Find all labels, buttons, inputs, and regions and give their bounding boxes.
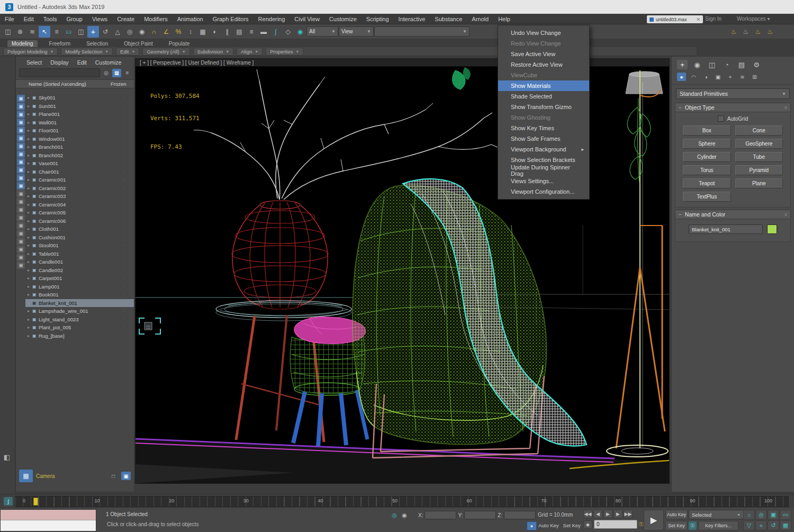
display-filter-icon[interactable]: ▣ — [17, 166, 25, 174]
ribbon-tab[interactable]: Populate — [165, 40, 194, 47]
frozen-cell[interactable]: · — [114, 194, 134, 199]
close-icon[interactable]: ✕ — [696, 17, 700, 22]
menubar-item[interactable]: File — [0, 15, 19, 23]
expand-arrow-icon[interactable]: ▸ — [28, 219, 32, 223]
key-filters-icon[interactable]: ⚿ — [689, 521, 697, 530]
display-filter-icon[interactable]: ▣ — [17, 254, 25, 261]
zoom-extents-icon[interactable]: ▣ — [768, 510, 779, 520]
angle-snap-icon[interactable]: ∠ — [160, 26, 172, 38]
display-filter-icon[interactable]: ▣ — [17, 262, 25, 269]
frozen-cell[interactable]: · — [114, 137, 134, 141]
scene-explorer-menu-item[interactable]: Display — [47, 59, 71, 66]
ribbon-panel-button[interactable]: Subdivision▼ — [193, 48, 234, 56]
object-type-button[interactable]: TextPlus — [683, 192, 731, 202]
tab-modify[interactable]: ◉ — [692, 60, 702, 69]
cat-shapes[interactable]: ◠ — [689, 73, 698, 81]
tab-create[interactable]: + — [677, 60, 688, 69]
explorer-row[interactable]: ▸ ▣ Cushion001 · — [25, 233, 134, 242]
object-type-button[interactable]: Cylinder — [683, 152, 731, 162]
explorer-row[interactable]: ▸ ▣ Branch002 · — [25, 151, 134, 160]
explorer-row[interactable]: ▸ ▣ Carpet001 · — [25, 274, 134, 283]
expand-arrow-icon[interactable]: ▸ — [28, 301, 32, 305]
frozen-cell[interactable]: · — [114, 251, 134, 256]
menubar-item[interactable]: Interactive — [394, 15, 430, 23]
ribbon-tab[interactable]: Modeling — [7, 40, 38, 47]
docked-panel-icon[interactable]: ◧ — [2, 452, 12, 462]
object-name-field[interactable]: Blanket_knit_001 — [689, 224, 763, 234]
scene-explorer-menu-item[interactable]: Customize — [92, 59, 125, 66]
play-animation-button[interactable]: ▶ — [644, 510, 664, 530]
menubar-item[interactable]: Edit — [19, 15, 39, 23]
reference-coordinate-dropdown[interactable]: View▼ — [339, 26, 374, 37]
expand-arrow-icon[interactable]: ▸ — [28, 227, 32, 231]
object-type-button[interactable]: Torus — [683, 165, 731, 175]
next-frame-icon[interactable]: ▶ — [613, 510, 622, 518]
tab-display[interactable]: ▤ — [736, 60, 747, 69]
pick-object-button[interactable]: ▦ — [19, 470, 33, 482]
explorer-row[interactable]: ▸ ▣ Floor001 · — [25, 127, 134, 135]
frozen-cell[interactable]: · — [114, 301, 134, 305]
explorer-row[interactable]: ▸ ▣ Rug_[base] · — [25, 332, 134, 340]
menu-item[interactable]: Views Settings... ▸ — [498, 176, 589, 186]
object-color-swatch[interactable] — [767, 224, 777, 234]
menu-item[interactable]: Show Ghosting ▸ — [498, 112, 589, 123]
expand-arrow-icon[interactable]: ▸ — [28, 112, 32, 116]
sign-in-button[interactable]: Sign In — [705, 16, 721, 22]
select-and-scale-icon[interactable]: △ — [112, 26, 123, 38]
cat-geometry[interactable]: ● — [677, 73, 686, 81]
display-filter-icon[interactable]: ▣ — [17, 150, 25, 158]
frozen-cell[interactable]: · — [114, 284, 134, 289]
previous-frame-icon[interactable]: ◀ — [593, 510, 602, 518]
expand-arrow-icon[interactable]: ▸ — [28, 276, 32, 281]
open-mini-curve-editor-icon[interactable]: ∫ — [4, 497, 13, 506]
display-filter-icon[interactable]: ▣ — [17, 174, 25, 182]
display-filter-icon[interactable]: ▣ — [17, 103, 25, 110]
mirror-icon[interactable]: ◐ — [209, 26, 221, 38]
set-key-mode-button[interactable]: Set Key — [563, 522, 581, 528]
frozen-cell[interactable]: · — [114, 276, 134, 281]
y-coordinate-field[interactable] — [464, 511, 496, 519]
explorer-row[interactable]: ▸ ▣ Stool001 · — [25, 241, 134, 250]
cat-spacewarps[interactable]: ≋ — [738, 73, 747, 81]
expand-arrow-icon[interactable]: ▸ — [28, 153, 32, 158]
menubar-item[interactable]: Modifiers — [139, 15, 173, 23]
explorer-row[interactable]: ▸ ▣ Branch001 · — [25, 143, 134, 151]
cat-systems[interactable]: ⊞ — [750, 73, 759, 81]
object-type-button[interactable]: Teapot — [683, 178, 731, 188]
explorer-row[interactable]: ▸ ▣ Vase001 · — [25, 159, 134, 168]
explorer-row[interactable]: ▸ ▣ Cloth001 · — [25, 225, 134, 233]
isolate-selection-icon[interactable]: ◎ — [390, 511, 399, 519]
frozen-cell[interactable]: · — [114, 259, 134, 264]
explorer-row[interactable]: ▸ ▣ Wall001 · — [25, 119, 134, 127]
explorer-row[interactable]: ▸ ▣ Sun001 · — [25, 102, 134, 111]
expand-arrow-icon[interactable]: ▸ — [28, 177, 32, 182]
maximize-viewport-icon[interactable]: ▦ — [780, 520, 791, 530]
frozen-cell[interactable]: · — [114, 186, 134, 191]
explorer-row[interactable]: ▸ ▣ Ceramic005 · — [25, 209, 134, 217]
cat-helpers[interactable]: + — [726, 73, 735, 81]
primitive-category-dropdown[interactable]: Standard Primitives ▼ — [676, 88, 790, 99]
menubar-item[interactable]: Arnold — [467, 15, 493, 23]
explorer-row[interactable]: ▸ ▣ Ceramic003 · — [25, 192, 134, 201]
menubar-item[interactable]: Views — [87, 15, 112, 23]
frozen-cell[interactable]: · — [114, 112, 134, 116]
menu-item[interactable]: Show Transform Gizmo ▸ — [498, 102, 589, 112]
menubar-item[interactable]: Help — [493, 15, 515, 23]
menubar-item[interactable]: Civil View — [290, 15, 324, 23]
frozen-cell[interactable]: · — [114, 120, 134, 125]
explorer-row[interactable]: ▸ ▣ Plant_pot_005 · — [25, 323, 134, 332]
display-filter-icon[interactable]: ▣ — [17, 222, 25, 229]
workspaces-dropdown[interactable]: Workspaces ▾ — [737, 16, 770, 22]
expand-arrow-icon[interactable]: ▸ — [28, 333, 32, 338]
display-filter-icon[interactable]: ▣ — [17, 238, 25, 245]
frozen-cell[interactable]: · — [114, 309, 134, 313]
time-slider-handle[interactable] — [33, 498, 38, 506]
frozen-cell[interactable]: · — [114, 202, 134, 207]
edit-named-selection-sets-icon[interactable]: ▦ — [197, 26, 209, 38]
zoom-region-icon[interactable]: ▭ — [780, 510, 791, 520]
display-filter-icon[interactable]: ▣ — [17, 134, 25, 142]
select-and-move-icon[interactable]: + — [87, 26, 99, 38]
object-type-button[interactable]: Pyramid — [735, 165, 783, 175]
explorer-row[interactable]: ▸ ▣ Lamp001 · — [25, 283, 134, 291]
menubar-item[interactable]: Create — [112, 15, 139, 23]
